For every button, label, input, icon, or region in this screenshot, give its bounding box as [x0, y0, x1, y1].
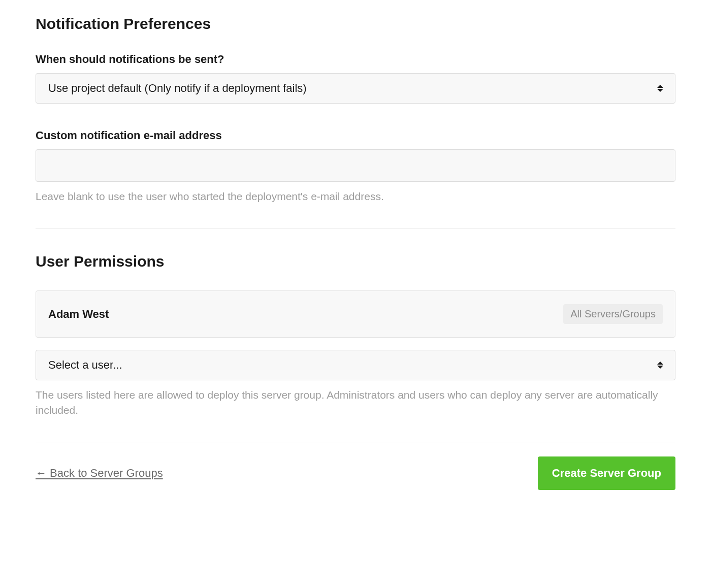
- back-to-server-groups-link[interactable]: ← Back to Server Groups: [36, 467, 163, 480]
- user-scope-badge: All Servers/Groups: [563, 304, 663, 324]
- custom-email-input[interactable]: [36, 149, 675, 182]
- user-name: Adam West: [48, 308, 109, 321]
- section-divider: [36, 228, 675, 228]
- create-server-group-button[interactable]: Create Server Group: [538, 456, 675, 490]
- custom-email-help: Leave blank to use the user who started …: [36, 189, 675, 204]
- footer-divider: [36, 442, 675, 442]
- notification-when-select[interactable]: Use project default (Only notify if a de…: [36, 73, 675, 104]
- custom-email-label: Custom notification e-mail address: [36, 129, 675, 142]
- notification-when-label: When should notifications be sent?: [36, 53, 675, 66]
- user-permissions-help: The users listed here are allowed to dep…: [36, 387, 675, 417]
- select-user-dropdown[interactable]: Select a user...: [36, 350, 675, 380]
- notification-preferences-heading: Notification Preferences: [36, 15, 675, 32]
- select-user-value: Select a user...: [48, 358, 122, 372]
- notification-when-value: Use project default (Only notify if a de…: [48, 82, 307, 95]
- user-row: Adam West All Servers/Groups: [36, 290, 675, 338]
- user-permissions-heading: User Permissions: [36, 253, 675, 270]
